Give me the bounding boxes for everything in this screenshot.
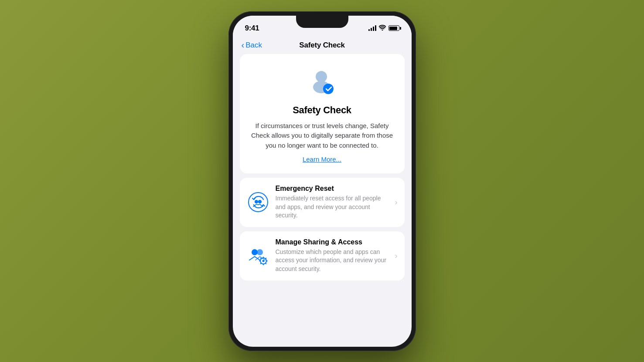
card-title: Safety Check <box>293 105 351 116</box>
svg-point-6 <box>252 249 258 255</box>
svg-point-2 <box>323 84 334 94</box>
nav-bar: ‹ Back Safety Check <box>233 37 412 54</box>
status-time: 9:41 <box>245 24 259 33</box>
manage-sharing-desc: Customize which people and apps can acce… <box>276 248 389 274</box>
wifi-icon <box>379 25 386 32</box>
emergency-reset-text: Emergency Reset Immediately reset access… <box>276 185 389 220</box>
manage-sharing-chevron-icon: › <box>395 251 398 261</box>
svg-line-15 <box>265 263 266 264</box>
emergency-reset-icon <box>247 191 269 213</box>
svg-point-9 <box>262 260 264 262</box>
phone-frame: 9:41 <box>228 11 416 351</box>
svg-line-14 <box>260 258 261 259</box>
manage-sharing-text: Manage Sharing & Access Customize which … <box>276 238 389 274</box>
svg-point-4 <box>255 200 258 203</box>
manage-sharing-item[interactable]: Manage Sharing & Access Customize which … <box>240 231 405 281</box>
content-area: Safety Check If circumstances or trust l… <box>233 54 412 347</box>
svg-point-7 <box>257 249 263 255</box>
emergency-reset-title: Emergency Reset <box>276 185 389 193</box>
emergency-reset-desc: Immediately reset access for all people … <box>276 194 389 220</box>
learn-more-link[interactable]: Learn More... <box>303 156 341 163</box>
nav-title: Safety Check <box>299 41 344 50</box>
safety-check-icon <box>307 67 337 98</box>
card-description: If circumstances or trust levels change,… <box>250 121 394 151</box>
back-label: Back <box>245 41 262 50</box>
manage-sharing-icon <box>247 244 269 267</box>
manage-sharing-title: Manage Sharing & Access <box>276 238 389 246</box>
svg-point-5 <box>258 200 262 203</box>
back-button[interactable]: ‹ Back <box>242 41 262 50</box>
status-icons <box>368 25 399 32</box>
person-shield-icon <box>307 67 337 97</box>
notch <box>296 16 348 28</box>
emergency-reset-chevron-icon: › <box>395 198 398 207</box>
svg-point-0 <box>316 71 327 82</box>
battery-icon <box>388 25 399 31</box>
back-chevron-icon: ‹ <box>242 41 245 49</box>
phone-screen: 9:41 <box>233 16 412 347</box>
emergency-reset-item[interactable]: Emergency Reset Immediately reset access… <box>240 178 405 227</box>
svg-line-16 <box>265 258 266 259</box>
signal-icon <box>368 25 376 31</box>
menu-section: Emergency Reset Immediately reset access… <box>240 178 405 281</box>
svg-line-17 <box>260 263 261 264</box>
svg-point-3 <box>249 193 268 212</box>
info-card: Safety Check If circumstances or trust l… <box>240 54 405 174</box>
